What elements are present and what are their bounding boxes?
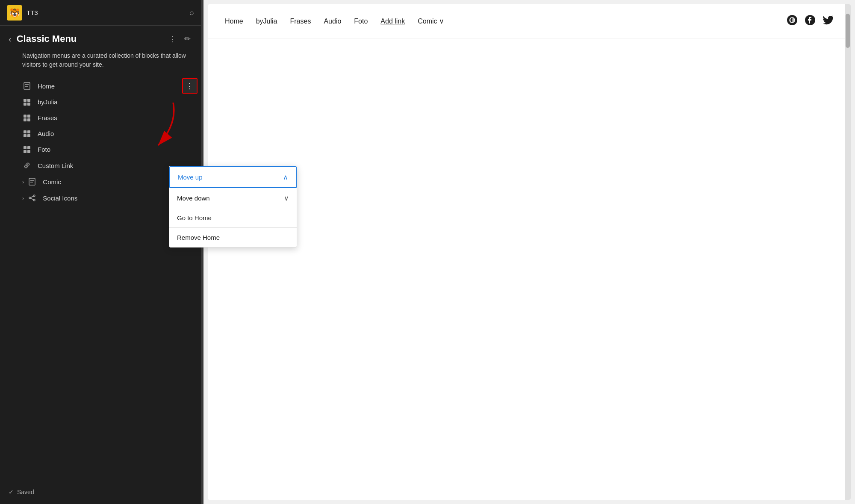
saved-status: ✓ Saved <box>9 489 34 495</box>
nav-item-frases[interactable]: Frases <box>0 110 201 126</box>
back-button[interactable]: ‹ <box>9 34 12 44</box>
panel-actions: ⋮ ✏ <box>167 32 192 45</box>
foto-label: Foto <box>38 146 192 153</box>
preview-nav-comic[interactable]: Comic ∨ <box>418 17 444 25</box>
dropdown-item-remove-home[interactable]: Remove Home <box>169 228 297 247</box>
main-content: Home byJulia Frases Audio Foto Add link … <box>203 0 855 504</box>
topbar: 🐯 TT3 ⌕ <box>0 0 201 26</box>
svg-point-8 <box>29 197 31 199</box>
social-expand-icon: › <box>22 195 24 201</box>
byjulia-label: byJulia <box>38 98 192 106</box>
home-page-icon <box>22 82 32 90</box>
home-label: Home <box>38 83 192 90</box>
scrollbar[interactable] <box>845 4 851 500</box>
preview-frame: Home byJulia Frases Audio Foto Add link … <box>208 4 851 500</box>
dropdown-item-go-to-home[interactable]: Go to Home <box>169 208 297 227</box>
context-dropdown-menu: Move up ∧ Move down ∨ Go to Home Remove … <box>169 166 297 248</box>
svg-rect-1 <box>24 83 30 89</box>
dropdown-item-move-up[interactable]: Move up ∧ <box>169 166 297 188</box>
comic-page-icon <box>27 178 37 186</box>
nav-item-home[interactable]: Home ⋮ <box>0 78 201 94</box>
preview-nav-add-link[interactable]: Add link <box>380 18 405 25</box>
svg-line-11 <box>31 198 33 200</box>
chevron-down-icon: ∨ <box>284 194 289 202</box>
sidebar: 🐯 TT3 ⌕ ‹ Classic Menu ⋮ ✏ Navigation me… <box>0 0 201 504</box>
chevron-up-icon: ∧ <box>283 173 288 181</box>
search-icon[interactable]: ⌕ <box>189 8 194 17</box>
svg-rect-4 <box>29 178 35 185</box>
panel-title: Classic Menu <box>17 33 167 44</box>
svg-point-7 <box>33 195 35 197</box>
audio-grid-icon <box>22 130 32 137</box>
custom-link-icon <box>22 162 32 169</box>
facebook-icon[interactable] <box>805 15 816 28</box>
home-context-menu-button[interactable]: ⋮ <box>182 78 198 94</box>
site-logo[interactable]: 🐯 <box>7 5 22 21</box>
twitter-icon[interactable] <box>823 15 834 28</box>
go-to-home-label: Go to Home <box>177 214 212 221</box>
move-down-label: Move down <box>177 195 210 202</box>
nav-item-byjulia[interactable]: byJulia <box>0 94 201 110</box>
byjulia-grid-icon <box>22 99 32 106</box>
saved-check-icon: ✓ <box>9 489 14 495</box>
scrollbar-thumb[interactable] <box>846 14 850 48</box>
move-up-label: Move up <box>178 174 203 181</box>
foto-grid-icon <box>22 146 32 153</box>
preview-nav-byjulia[interactable]: byJulia <box>256 18 277 25</box>
preview-nav-frases[interactable]: Frases <box>290 18 311 25</box>
saved-label: Saved <box>17 489 34 495</box>
preview-nav-icons <box>787 15 834 28</box>
nav-item-audio[interactable]: Audio <box>0 126 201 141</box>
wordpress-icon[interactable] <box>787 15 798 28</box>
frases-grid-icon <box>22 115 32 121</box>
svg-line-10 <box>31 196 33 197</box>
dropdown-item-move-down[interactable]: Move down ∨ <box>169 188 297 208</box>
site-title: TT3 <box>27 9 189 16</box>
social-share-icon <box>27 194 37 202</box>
panel-edit-button[interactable]: ✏ <box>183 32 192 45</box>
nav-item-foto[interactable]: Foto <box>0 141 201 157</box>
panel-more-button[interactable]: ⋮ <box>167 32 178 45</box>
preview-nav-audio[interactable]: Audio <box>324 18 341 25</box>
frases-label: Frases <box>38 114 192 121</box>
audio-label: Audio <box>38 130 192 137</box>
comic-expand-icon: › <box>22 179 24 185</box>
preview-nav-bar: Home byJulia Frases Audio Foto Add link … <box>208 4 851 38</box>
svg-point-9 <box>33 199 35 201</box>
panel-description: Navigation menus are a curated collectio… <box>0 49 201 78</box>
remove-home-label: Remove Home <box>177 234 220 241</box>
preview-nav-home[interactable]: Home <box>225 18 243 25</box>
panel-header: ‹ Classic Menu ⋮ ✏ <box>0 26 201 49</box>
preview-nav-foto[interactable]: Foto <box>354 18 368 25</box>
